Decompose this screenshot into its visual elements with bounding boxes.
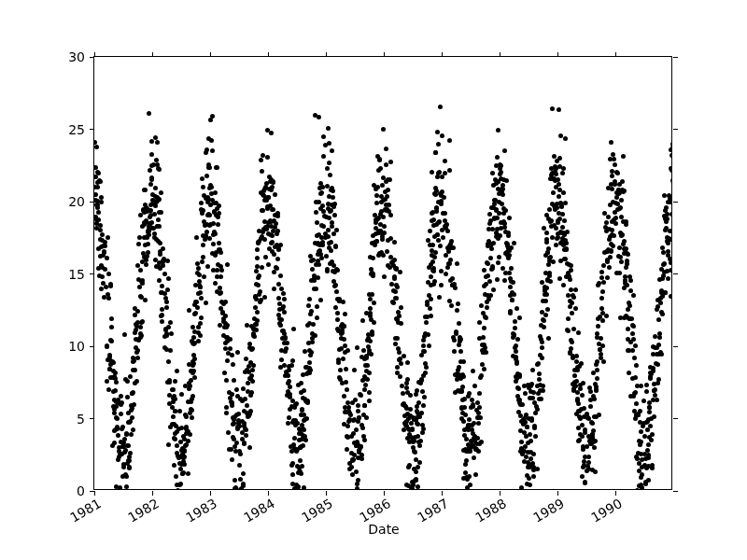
data-point bbox=[434, 205, 439, 210]
data-point bbox=[278, 323, 283, 328]
data-point bbox=[440, 189, 444, 194]
data-point bbox=[194, 235, 199, 240]
data-point bbox=[436, 238, 441, 243]
data-point bbox=[544, 231, 549, 235]
data-point bbox=[462, 405, 467, 410]
data-point bbox=[234, 441, 239, 445]
data-point bbox=[479, 373, 484, 378]
data-point bbox=[543, 313, 548, 317]
data-point bbox=[482, 268, 486, 273]
data-point bbox=[575, 397, 580, 401]
data-point bbox=[291, 327, 296, 331]
data-point bbox=[314, 287, 318, 291]
data-point bbox=[460, 385, 465, 389]
data-point bbox=[429, 274, 433, 279]
data-point bbox=[524, 455, 529, 459]
data-point bbox=[276, 247, 281, 252]
data-point bbox=[398, 374, 402, 379]
data-point bbox=[368, 311, 373, 315]
data-point bbox=[483, 345, 487, 350]
data-point bbox=[225, 262, 230, 267]
data-point bbox=[467, 417, 472, 422]
data-point bbox=[669, 294, 671, 299]
data-point bbox=[436, 142, 441, 147]
data-point bbox=[113, 388, 118, 393]
data-point bbox=[596, 324, 600, 329]
data-point bbox=[338, 368, 343, 372]
data-point bbox=[248, 409, 253, 413]
data-point bbox=[188, 384, 192, 388]
data-point bbox=[520, 402, 525, 407]
data-point bbox=[463, 413, 468, 417]
data-point bbox=[314, 210, 318, 215]
data-point bbox=[507, 253, 512, 258]
data-point bbox=[317, 115, 321, 119]
y-tick-label: 10 bbox=[68, 339, 85, 354]
data-point bbox=[289, 363, 294, 368]
data-point bbox=[416, 465, 420, 469]
x-tick bbox=[326, 491, 327, 496]
data-point bbox=[381, 215, 386, 219]
data-point bbox=[286, 373, 290, 378]
data-point bbox=[497, 255, 501, 259]
data-point bbox=[250, 368, 255, 372]
data-point bbox=[210, 148, 215, 153]
data-point bbox=[551, 259, 556, 264]
data-point bbox=[442, 195, 446, 200]
y-tick-label: 15 bbox=[68, 267, 85, 282]
data-point bbox=[519, 485, 524, 489]
data-point bbox=[536, 361, 541, 366]
data-point bbox=[278, 243, 283, 247]
data-point bbox=[476, 449, 481, 454]
data-point bbox=[235, 350, 240, 355]
data-point bbox=[421, 403, 426, 408]
data-point bbox=[639, 429, 643, 434]
data-point bbox=[530, 396, 535, 400]
data-point bbox=[468, 449, 472, 454]
data-point bbox=[129, 432, 134, 437]
data-point bbox=[166, 442, 171, 447]
data-point bbox=[529, 382, 534, 386]
data-point bbox=[275, 266, 279, 271]
data-point bbox=[523, 391, 528, 396]
data-point bbox=[284, 346, 289, 351]
data-point bbox=[368, 339, 373, 343]
data-point bbox=[593, 469, 598, 474]
data-point bbox=[147, 232, 151, 237]
data-point bbox=[479, 440, 484, 444]
data-point bbox=[669, 168, 671, 173]
data-point bbox=[478, 415, 483, 420]
data-point bbox=[285, 341, 289, 345]
data-point bbox=[515, 337, 520, 342]
data-point bbox=[241, 471, 246, 476]
data-point bbox=[600, 318, 605, 323]
data-point bbox=[236, 412, 241, 416]
data-point bbox=[382, 224, 387, 229]
data-point bbox=[140, 319, 145, 324]
data-point bbox=[391, 301, 396, 305]
data-point bbox=[355, 486, 359, 489]
data-point bbox=[342, 337, 346, 342]
data-point bbox=[193, 311, 198, 315]
data-point bbox=[131, 390, 135, 395]
data-point bbox=[556, 177, 560, 182]
data-point bbox=[364, 415, 369, 420]
data-point bbox=[631, 293, 636, 298]
data-point bbox=[306, 303, 311, 308]
data-point bbox=[550, 106, 555, 111]
y-tick bbox=[673, 346, 678, 347]
data-point bbox=[251, 363, 256, 368]
data-point bbox=[356, 409, 360, 413]
data-point bbox=[537, 371, 542, 376]
data-point bbox=[439, 283, 444, 287]
data-point bbox=[230, 457, 234, 462]
data-point bbox=[303, 438, 308, 442]
data-point bbox=[204, 147, 209, 152]
data-point bbox=[216, 215, 220, 219]
data-point bbox=[500, 202, 504, 206]
data-point bbox=[149, 152, 154, 157]
data-point bbox=[204, 174, 209, 178]
y-tick bbox=[673, 418, 678, 419]
data-point bbox=[356, 403, 360, 408]
data-point bbox=[627, 303, 632, 308]
